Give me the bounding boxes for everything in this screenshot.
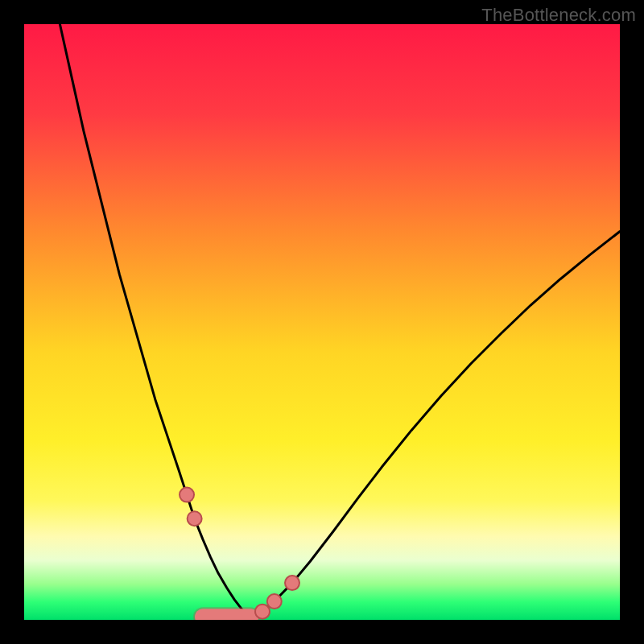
plot-area: [24, 24, 620, 620]
marker-right-dot-1: [267, 594, 282, 609]
marker-right-dot-0: [255, 605, 270, 619]
bottleneck-chart: [24, 24, 620, 620]
marker-left-dot-0: [180, 488, 194, 502]
watermark-text: TheBottleneck.com: [481, 5, 636, 26]
gradient-background: [24, 24, 620, 620]
marker-right-dot-2: [285, 576, 299, 590]
chart-frame: TheBottleneck.com: [0, 0, 644, 644]
marker-left-dot-1: [188, 511, 202, 526]
